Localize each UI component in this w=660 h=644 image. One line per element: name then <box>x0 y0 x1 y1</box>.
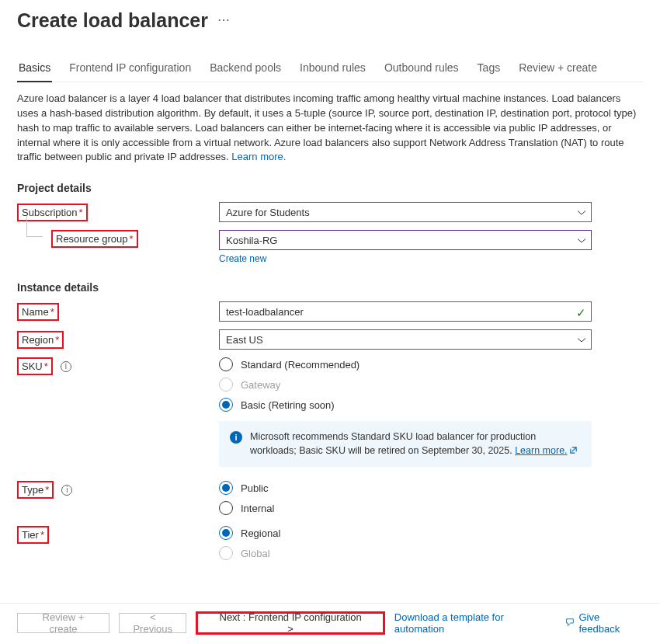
intro-body: Azure load balancer is a layer 4 load ba… <box>17 92 636 162</box>
radio-icon <box>219 526 233 540</box>
radio-icon <box>219 481 233 495</box>
tier-option-global: Global <box>219 546 592 560</box>
external-link-icon <box>569 446 578 454</box>
label-type-text: Type <box>22 484 43 496</box>
next-button[interactable]: Next : Frontend IP configuration > <box>196 611 384 635</box>
name-input[interactable]: test-loadbalancer ✓ <box>219 301 592 322</box>
info-icon[interactable]: i <box>61 361 71 372</box>
section-project-details: Project details <box>17 182 643 194</box>
tab-inbound-rules[interactable]: Inbound rules <box>298 57 367 82</box>
label-name: Name* <box>17 303 59 321</box>
tab-basics[interactable]: Basics <box>17 57 52 82</box>
info-icon[interactable]: i <box>61 485 72 496</box>
name-value: test-loadbalancer <box>226 306 304 318</box>
section-instance-details: Instance details <box>17 281 643 294</box>
radio-icon <box>219 501 233 515</box>
label-resource-group-text: Resource group <box>56 233 128 245</box>
create-new-rg-link[interactable]: Create new <box>219 253 266 264</box>
resource-group-select[interactable]: Koshila-RG <box>219 230 592 250</box>
more-icon[interactable]: ⋯ <box>217 12 231 32</box>
chevron-down-icon <box>577 236 586 248</box>
type-option-public[interactable]: Public <box>219 481 592 495</box>
label-tier-text: Tier <box>22 529 39 541</box>
sku-option-standard-label: Standard (Recommended) <box>241 359 360 371</box>
tab-review-create[interactable]: Review + create <box>517 57 599 82</box>
radio-icon <box>219 546 233 560</box>
label-sku: SKU* <box>17 357 53 375</box>
intro-learn-more-link[interactable]: Learn more. <box>231 151 286 162</box>
label-resource-group: Resource group* <box>51 230 138 248</box>
label-name-text: Name <box>22 306 49 318</box>
subscription-select[interactable]: Azure for Students <box>219 202 592 222</box>
radio-icon <box>219 357 233 371</box>
tier-option-regional-label: Regional <box>241 527 280 539</box>
type-radio-group: Public Internal <box>219 481 592 515</box>
region-select[interactable]: East US <box>219 329 592 350</box>
give-feedback-link[interactable]: Give feedback <box>564 611 643 635</box>
sku-info-panel: i Microsoft recommends Standard SKU load… <box>219 421 592 467</box>
download-template-link[interactable]: Download a template for automation <box>394 611 556 635</box>
tab-outbound-rules[interactable]: Outbound rules <box>383 57 460 82</box>
label-type: Type* <box>17 481 54 499</box>
review-create-button[interactable]: Review + create <box>17 613 109 633</box>
page-title: Create load balancer <box>17 9 208 35</box>
sku-info-text: Microsoft recommends Standard SKU load b… <box>250 431 536 456</box>
chevron-down-icon <box>577 336 586 347</box>
type-option-public-label: Public <box>241 482 268 494</box>
subscription-value: Azure for Students <box>226 207 310 218</box>
feedback-icon <box>564 618 575 628</box>
sku-radio-group: Standard (Recommended) Gateway Basic (Re… <box>219 357 592 412</box>
sku-option-basic[interactable]: Basic (Retiring soon) <box>219 398 592 412</box>
radio-icon <box>219 378 233 392</box>
sku-option-gateway-label: Gateway <box>241 379 280 391</box>
sku-option-basic-label: Basic (Retiring soon) <box>241 399 335 411</box>
tier-option-regional[interactable]: Regional <box>219 526 592 540</box>
intro-text: Azure load balancer is a layer 4 load ba… <box>17 92 643 165</box>
label-sku-text: SKU <box>22 360 43 372</box>
label-region: Region* <box>17 331 64 349</box>
sku-info-learn-more-link[interactable]: Learn more. <box>515 445 577 456</box>
wizard-footer: Review + create < Previous Next : Fronte… <box>0 603 660 644</box>
resource-group-value: Koshila-RG <box>226 235 277 246</box>
radio-icon <box>219 398 233 412</box>
feedback-label: Give feedback <box>578 611 643 635</box>
tab-backend-pools[interactable]: Backend pools <box>208 57 283 82</box>
info-icon: i <box>230 431 242 444</box>
tab-frontend-ip[interactable]: Frontend IP configuration <box>68 57 193 82</box>
sku-option-standard[interactable]: Standard (Recommended) <box>219 357 592 371</box>
tab-tags[interactable]: Tags <box>476 57 502 82</box>
label-region-text: Region <box>22 334 54 346</box>
label-tier: Tier* <box>17 526 49 544</box>
type-option-internal-label: Internal <box>241 503 274 514</box>
type-option-internal[interactable]: Internal <box>219 501 592 515</box>
region-value: East US <box>226 334 263 346</box>
previous-button[interactable]: < Previous <box>119 613 186 633</box>
sku-option-gateway: Gateway <box>219 378 592 392</box>
chevron-down-icon <box>577 208 586 220</box>
check-icon: ✓ <box>576 306 586 320</box>
tier-option-global-label: Global <box>241 548 270 559</box>
wizard-tabs: Basics Frontend IP configuration Backend… <box>17 57 643 82</box>
tier-radio-group: Regional Global <box>219 526 592 560</box>
